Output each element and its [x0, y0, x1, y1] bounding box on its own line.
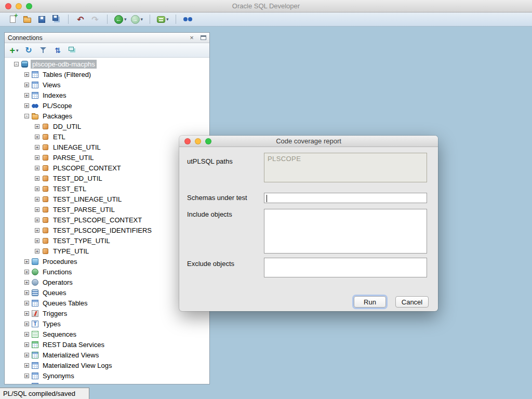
expand-toggle-icon[interactable]: + [24, 342, 29, 347]
close-window-icon[interactable] [5, 3, 11, 9]
redo-button[interactable]: ↷ [89, 14, 101, 25]
tree-item[interactable]: +Sequences [5, 329, 209, 339]
schemas-under-test-field[interactable] [264, 193, 427, 203]
tree-item[interactable]: +Public Synonyms [5, 381, 209, 384]
tree-item-label[interactable]: Tables (Filtered) [41, 70, 92, 79]
utplsql-paths-field[interactable]: PLSCOPE [264, 153, 427, 182]
forward-button[interactable]: →▾ [130, 14, 144, 25]
expand-toggle-icon[interactable]: + [24, 270, 29, 274]
tree-item[interactable]: +Operators [5, 277, 209, 287]
dialog-zoom-icon[interactable] [205, 138, 211, 144]
dropdown-arrow-icon[interactable]: ▾ [16, 48, 19, 53]
new-file-button[interactable] [6, 14, 19, 25]
tree-item-label[interactable]: Sequences [41, 330, 78, 339]
dropdown-arrow-icon[interactable]: ▾ [124, 17, 127, 22]
expand-toggle-icon[interactable]: + [35, 238, 39, 243]
tree-item-label[interactable]: TEST_DD_UTIL [51, 174, 104, 183]
tree-item[interactable]: +Types [5, 318, 209, 329]
dropdown-arrow-icon[interactable]: ▾ [141, 17, 143, 22]
tree-item[interactable]: +Views [5, 79, 209, 90]
tree-item-label[interactable]: TEST_PLSCOPE_IDENTIFIERS [51, 226, 153, 235]
tree-item[interactable]: +Queues Tables [5, 298, 209, 308]
tree-item[interactable]: +Queues [5, 287, 209, 298]
tree-item[interactable]: +PLSCOPE_CONTEXT [5, 163, 209, 173]
save-all-button[interactable] [50, 14, 62, 25]
tree-item[interactable]: +Synonyms [5, 370, 209, 381]
expand-toggle-icon[interactable]: + [24, 353, 29, 357]
tree-item-label[interactable]: Indexes [41, 91, 68, 100]
float-panel-icon[interactable] [201, 35, 206, 40]
collapse-all-button[interactable] [66, 45, 78, 56]
tree-item[interactable]: +PL/Scope [5, 100, 209, 111]
tree-item[interactable]: +TEST_DD_UTIL [5, 173, 209, 183]
sort-button[interactable]: ⇅ [51, 45, 64, 56]
tree-item[interactable]: +TEST_PARSE_UTIL [5, 204, 209, 215]
expand-toggle-icon[interactable]: + [24, 374, 29, 378]
tree-item[interactable]: +PARSE_UTIL [5, 152, 209, 163]
tree-item[interactable]: -Packages [5, 111, 209, 121]
expand-toggle-icon[interactable]: + [24, 311, 29, 316]
expand-toggle-icon[interactable]: + [35, 228, 39, 233]
tree-item[interactable]: +TEST_PLSCOPE_CONTEXT [5, 215, 209, 225]
expand-toggle-icon[interactable]: + [24, 290, 29, 295]
expand-toggle-icon[interactable]: + [24, 332, 29, 337]
tree-item[interactable]: +Tables (Filtered) [5, 69, 209, 79]
exclude-objects-field[interactable] [264, 258, 427, 277]
expand-toggle-icon[interactable]: + [24, 72, 29, 77]
zoom-window-icon[interactable] [26, 3, 32, 9]
tree-item[interactable]: +Indexes [5, 90, 209, 100]
tree-item-label[interactable]: Materialized Views [41, 351, 100, 360]
tree-item-label[interactable]: Public Synonyms [41, 382, 96, 384]
tree-item[interactable]: +DD_UTIL [5, 121, 209, 131]
tree-item-label[interactable]: Procedures [41, 257, 78, 266]
tree-item[interactable]: +ETL [5, 131, 209, 142]
collapse-toggle-icon[interactable]: - [14, 62, 19, 66]
tree-item-label[interactable]: Queues Tables [41, 299, 89, 308]
tree-item-label[interactable]: Triggers [41, 309, 69, 318]
tree-item-label[interactable]: Views [41, 81, 62, 89]
sql-worksheet-button[interactable]: ▾ [156, 14, 170, 25]
tree-item-label[interactable]: Materialized View Logs [41, 361, 113, 370]
tree-item-label[interactable]: LINEAGE_UTIL [51, 143, 102, 152]
close-panel-icon[interactable]: × [188, 34, 195, 42]
tree-item[interactable]: +Triggers [5, 308, 209, 318]
tree-item[interactable]: +Functions [5, 267, 209, 277]
tree-item[interactable]: +Materialized Views [5, 350, 209, 360]
dialog-titlebar[interactable]: Code coverage report [179, 136, 438, 147]
tree-item-label[interactable]: TEST_ETL [51, 184, 88, 193]
tree-item-label[interactable]: Operators [41, 278, 74, 287]
expand-toggle-icon[interactable]: + [35, 124, 39, 129]
expand-toggle-icon[interactable]: + [24, 301, 29, 305]
include-objects-field[interactable] [264, 209, 427, 254]
tree-item-label[interactable]: TEST_PARSE_UTIL [51, 205, 116, 214]
tree-item[interactable]: +TEST_PLSCOPE_IDENTIFIERS [5, 225, 209, 235]
tree-item[interactable]: +LINEAGE_UTIL [5, 142, 209, 152]
collapse-toggle-icon[interactable]: - [24, 114, 29, 118]
tree-item-label[interactable]: TEST_PLSCOPE_CONTEXT [51, 216, 143, 224]
tree-item-label[interactable]: REST Data Services [41, 340, 106, 349]
expand-toggle-icon[interactable]: + [35, 207, 39, 212]
tree-item[interactable]: +TEST_LINEAGE_UTIL [5, 194, 209, 204]
tree-item-label[interactable]: DD_UTIL [51, 122, 83, 131]
minimize-window-icon[interactable] [16, 3, 22, 9]
expand-toggle-icon[interactable]: + [24, 259, 29, 264]
connections-panel-header[interactable]: Connections × [5, 33, 209, 43]
tree-item-label[interactable]: ETL [51, 132, 67, 141]
tree-item-label[interactable]: Queues [41, 288, 68, 297]
expand-toggle-icon[interactable]: + [24, 384, 29, 384]
add-connection-button[interactable]: +▾ [8, 45, 20, 56]
expand-toggle-icon[interactable]: + [24, 363, 29, 368]
tree-item[interactable]: +REST Data Services [5, 339, 209, 350]
expand-toggle-icon[interactable]: + [35, 176, 39, 181]
save-button[interactable] [35, 14, 48, 25]
tree-item[interactable]: -plscope-odb-macphs [5, 59, 209, 69]
tree-item[interactable]: +TEST_TYPE_UTIL [5, 235, 209, 246]
tree-item-label[interactable]: Types [41, 320, 62, 328]
tree-item[interactable]: +Materialized View Logs [5, 360, 209, 370]
dialog-close-icon[interactable] [184, 138, 191, 144]
open-file-button[interactable] [21, 14, 33, 25]
tree-item-label[interactable]: plscope-odb-macphs [31, 60, 97, 69]
back-button[interactable]: ←▾ [113, 14, 128, 25]
refresh-button[interactable]: ↻ [22, 45, 35, 56]
tree-item-label[interactable]: PARSE_UTIL [51, 153, 96, 162]
